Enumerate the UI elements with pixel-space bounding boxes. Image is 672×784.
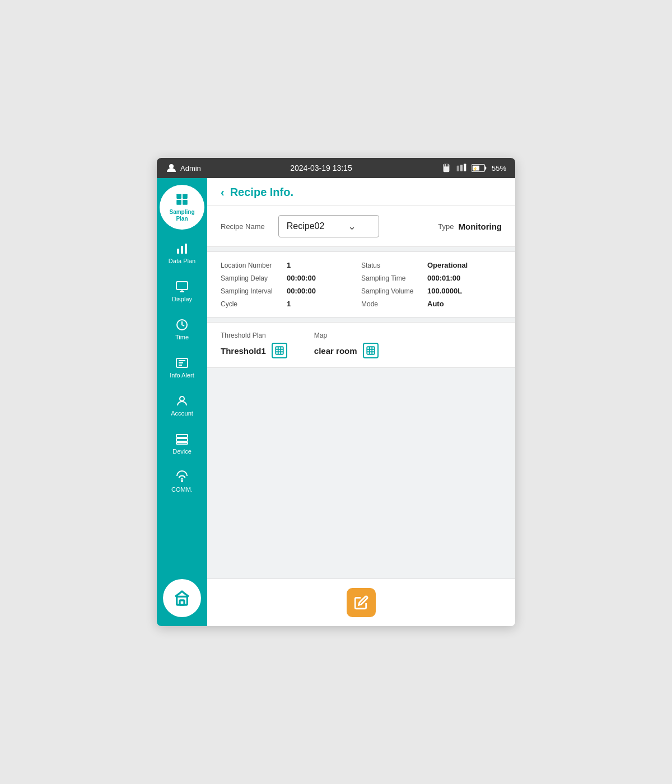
sampling-delay-row: Sampling Delay 00:00:00 [221, 274, 361, 282]
sd-icon [441, 163, 451, 173]
sidebar-item-sampling-plan[interactable]: SamplingPlan [160, 185, 204, 230]
status-username: Admin [180, 164, 201, 172]
type-label: Type [438, 222, 454, 231]
svg-rect-16 [177, 249, 179, 254]
sampling-volume-value: 100.0000L [427, 287, 462, 295]
user-icon [166, 162, 177, 174]
time-icon [175, 318, 189, 332]
sidebar-label-comm: COMM. [171, 486, 193, 493]
type-value: Monitoring [459, 222, 502, 231]
sampling-delay-label: Sampling Delay [221, 274, 282, 282]
sampling-volume-label: Sampling Volume [361, 287, 423, 295]
recipe-selector-row: Recipe Name Recipe02 ⌄ Type Monitoring [207, 206, 515, 247]
svg-rect-18 [185, 244, 187, 254]
sidebar-item-device[interactable]: Device [157, 424, 207, 463]
sidebar-item-info-alert[interactable]: Info Alert [157, 348, 207, 386]
sampling-delay-value: 00:00:00 [287, 274, 316, 282]
map-detail-icon [366, 346, 376, 356]
svg-rect-7 [464, 164, 466, 171]
recipe-dropdown[interactable]: Recipe02 ⌄ [278, 215, 379, 237]
threshold-value-row: Threshold1 [221, 343, 287, 358]
mode-label: Mode [361, 300, 423, 308]
map-value: clear room [314, 346, 357, 356]
sidebar-label-device: Device [172, 448, 192, 455]
back-button[interactable]: ‹ [221, 186, 225, 199]
svg-rect-3 [446, 164, 447, 167]
location-number-row: Location Number 1 [221, 261, 361, 269]
sidebar-item-time[interactable]: Time [157, 310, 207, 348]
sidebar-item-comm[interactable]: COMM. [157, 463, 207, 501]
svg-rect-34 [276, 347, 283, 354]
edit-button[interactable] [347, 588, 376, 617]
info-col-right: Status Operational Sampling Time 000:01:… [361, 261, 502, 308]
sampling-interval-value: 00:00:00 [287, 287, 316, 295]
chevron-down-icon: ⌄ [348, 220, 356, 232]
svg-rect-5 [457, 166, 459, 171]
map-detail-button[interactable] [363, 343, 379, 358]
sampling-time-row: Sampling Time 000:01:00 [361, 274, 502, 282]
svg-rect-30 [176, 442, 188, 444]
svg-rect-33 [180, 600, 184, 605]
sampling-plan-icon [175, 192, 189, 207]
mode-value: Auto [427, 300, 444, 308]
svg-point-31 [181, 480, 183, 482]
device-frame: Admin 2024-03-19 13:15 ⚡ [157, 158, 515, 626]
mode-row: Mode Auto [361, 300, 502, 308]
sidebar-item-display[interactable]: Display [157, 272, 207, 310]
recipe-info-section: Location Number 1 Sampling Delay 00:00:0… [207, 251, 515, 318]
recipe-name-label: Recipe Name [221, 222, 265, 231]
svg-rect-13 [183, 194, 188, 199]
sidebar-label-info-alert: Info Alert [170, 372, 194, 379]
data-plan-icon [175, 242, 189, 255]
svg-point-27 [180, 396, 184, 401]
sidebar-item-data-plan[interactable]: Data Plan [157, 234, 207, 272]
svg-rect-39 [367, 347, 375, 354]
threshold-plan-label: Threshold Plan [221, 332, 287, 339]
sidebar-label-data-plan: Data Plan [169, 258, 195, 264]
home-icon [173, 589, 191, 607]
info-alert-icon [175, 356, 189, 370]
home-button[interactable] [163, 579, 201, 617]
svg-rect-2 [444, 164, 445, 167]
svg-rect-14 [176, 200, 181, 205]
comm-icon [175, 470, 189, 484]
sampling-interval-row: Sampling Interval 00:00:00 [221, 287, 361, 295]
account-icon [175, 394, 189, 408]
sampling-time-label: Sampling Time [361, 274, 423, 282]
sampling-time-value: 000:01:00 [427, 274, 460, 282]
svg-rect-28 [176, 435, 188, 437]
sampling-volume-row: Sampling Volume 100.0000L [361, 287, 502, 295]
map-col: Map clear room [314, 332, 379, 358]
content-header: ‹ Recipe Info. [207, 178, 515, 206]
svg-point-0 [169, 164, 174, 169]
sidebar: SamplingPlan Data Plan Display [157, 178, 207, 626]
device-icon [175, 432, 189, 446]
recipe-selected-value: Recipe02 [287, 221, 325, 231]
edit-icon [354, 595, 368, 610]
cycle-label: Cycle [221, 300, 282, 308]
sidebar-label-time: Time [175, 334, 189, 340]
location-number-value: 1 [287, 261, 291, 269]
bottom-action-bar [207, 578, 515, 626]
signal-icon [456, 163, 467, 173]
status-row: Status Operational [361, 261, 502, 269]
svg-rect-12 [176, 194, 181, 199]
svg-rect-15 [183, 200, 188, 205]
threshold-detail-icon [274, 346, 284, 356]
threshold-section: Threshold Plan Threshold1 [207, 322, 515, 368]
map-value-row: clear room [314, 343, 379, 358]
sampling-interval-label: Sampling Interval [221, 287, 282, 295]
battery-icon: ⚡ [472, 164, 487, 172]
sidebar-item-account[interactable]: Account [157, 386, 207, 424]
threshold-plan-col: Threshold Plan Threshold1 [221, 332, 287, 358]
threshold-detail-button[interactable] [272, 343, 287, 358]
status-datetime: 2024-03-19 13:15 [290, 164, 352, 172]
status-bar-right: ⚡ 55% [441, 163, 506, 173]
sidebar-label-account: Account [171, 410, 193, 417]
location-number-label: Location Number [221, 262, 282, 269]
svg-rect-29 [176, 438, 188, 441]
svg-rect-19 [176, 282, 188, 290]
page-title: Recipe Info. [230, 186, 293, 199]
main-layout: SamplingPlan Data Plan Display [157, 178, 515, 626]
sidebar-label-display: Display [172, 296, 192, 302]
